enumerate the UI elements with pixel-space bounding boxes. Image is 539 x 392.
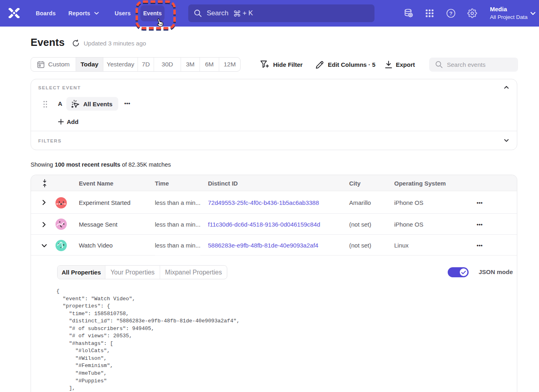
svg-text:?: ? bbox=[449, 10, 453, 17]
